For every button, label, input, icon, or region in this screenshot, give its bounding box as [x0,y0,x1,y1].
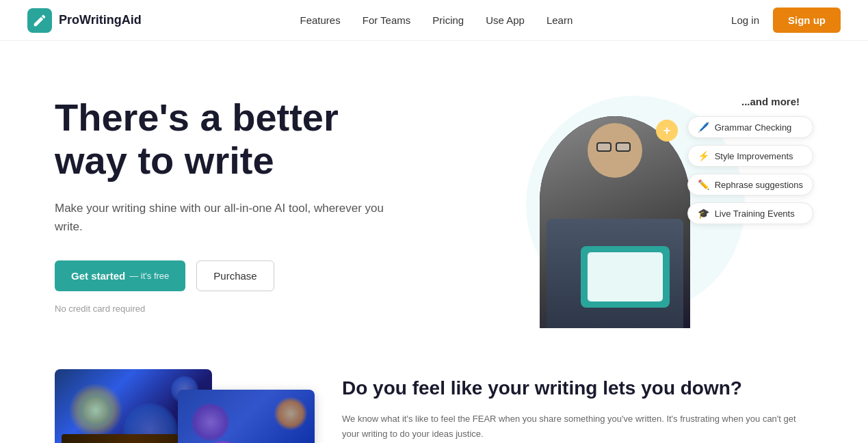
nav-pricing[interactable]: Pricing [432,14,464,26]
chip-training-label: Live Training Events [715,209,795,219]
signup-button[interactable]: Sign up [773,8,841,33]
chip-rephrase-label: Rephrase suggestions [715,180,803,190]
nav-features[interactable]: Features [300,14,341,26]
chip-grammar-icon: 🖊️ [698,122,709,133]
free-label: — it's free [129,271,169,281]
laptop-screen [588,252,663,301]
logo-icon [27,8,52,33]
purchase-button[interactable]: Purchase [196,260,274,291]
chip-training-icon: 🎓 [698,208,709,219]
feature-chips: 🖊️ Grammar Checking ⚡ Style Improvements… [687,116,813,224]
nav-for-teams[interactable]: For Teams [363,14,411,26]
person-glasses [596,142,633,152]
second-title: Do you feel like your writing lets you d… [342,376,813,401]
logo-svg [32,13,47,28]
no-credit-text: No credit card required [55,304,410,314]
hero-title: There's a better way to write [55,96,410,182]
chip-grammar: 🖊️ Grammar Checking [687,116,813,138]
chip-rephrase: ✏️ Rephrase suggestions [687,174,813,196]
nav-links: Features For Teams Pricing Use App Learn [300,14,573,26]
second-body: We know what it's like to feel the FEAR … [342,412,813,442]
logo-text: ProWritingAid [59,13,142,27]
second-section: My idea in my head Do you feel like your… [0,355,868,443]
get-started-label: Get started [71,270,125,282]
chip-grammar-label: Grammar Checking [715,122,792,133]
hero-illustration: + ...and more! 🖊️ Grammar Checking ⚡ Sty… [485,82,813,328]
navigation: ProWritingAid Features For Teams Pricing… [0,0,868,41]
chip-style-label: Style Improvements [715,151,793,161]
hero-section: There's a better way to write Make your … [0,41,868,355]
login-link[interactable]: Log in [731,14,759,26]
and-more-label: ...and more! [741,96,800,107]
nav-use-app[interactable]: Use App [486,14,525,26]
hero-laptop [581,246,670,308]
nav-learn[interactable]: Learn [547,14,573,26]
second-images: My idea in my head [55,369,301,443]
swirl-2 [123,403,178,443]
swirl-front-1 [192,403,229,441]
swirl-1 [75,390,116,431]
nav-actions: Log in Sign up [731,8,841,33]
chip-rephrase-icon: ✏️ [698,179,709,190]
chip-style-icon: ⚡ [698,150,709,161]
hero-left: There's a better way to write Make your … [55,96,410,314]
second-text: Do you feel like your writing lets you d… [342,369,813,442]
get-started-button[interactable]: Get started — it's free [55,260,185,291]
hero-cta: Get started — it's free Purchase [55,260,410,291]
hero-subtitle: Make your writing shine with our all-in-… [55,199,410,236]
image-front [178,390,315,443]
plus-icon: + [656,120,678,142]
logo-link[interactable]: ProWritingAid [27,8,142,33]
chip-training: 🎓 Live Training Events [687,202,813,224]
chip-style: ⚡ Style Improvements [687,145,813,167]
